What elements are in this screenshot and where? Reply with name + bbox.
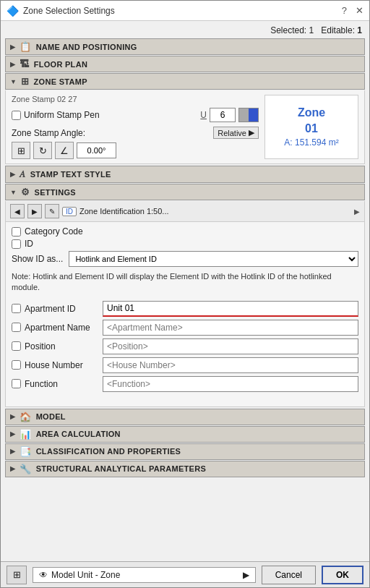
stamp-rotate-btn[interactable]: ↻ (33, 142, 52, 159)
function-row: Function (12, 376, 358, 392)
classification-label: CLASSIFICATION AND PROPERTIES (36, 447, 181, 456)
title-bar: 🔷 Zone Selection Settings ? ✕ (1, 1, 369, 21)
window-title: Zone Selection Settings (23, 6, 115, 16)
category-code-label: Category Code (25, 226, 83, 237)
stamp-text-style-arrow: ▶ (10, 171, 15, 178)
id-label: ID (25, 239, 33, 249)
section-floor-plan[interactable]: ▶ 🏗 FLOOR PLAN (5, 56, 365, 72)
house-number-row: House Number (12, 357, 358, 373)
stamp-orientation-btn[interactable]: ⊞ (12, 142, 30, 159)
angle-input[interactable] (77, 142, 116, 158)
settings-content: ◀ ▶ ✎ ID Zone Identification 1:50... ▶ C… (5, 201, 365, 407)
position-input[interactable] (103, 338, 358, 354)
structural-icon: 🔧 (20, 464, 31, 474)
classification-arrow: ▶ (10, 448, 15, 455)
section-area-calculation[interactable]: ▶ 📊 AREA CALCULATION (5, 426, 365, 443)
id-checkbox[interactable] (12, 239, 21, 249)
selected-value: 1 (309, 25, 314, 35)
zone-stamp-content: Zone Stamp 02 27 Uniform Stamp Pen U (5, 90, 365, 164)
apartment-name-row: Apartment Name (12, 320, 358, 336)
stamp-text-style-label: STAMP TEXT STYLE (30, 170, 111, 179)
selected-label: Selected: (270, 25, 306, 35)
uniform-stamp-pen-checkbox[interactable] (12, 111, 21, 120)
zone-preview-line2: 01 (284, 121, 338, 137)
apartment-id-checkbox[interactable] (12, 304, 21, 313)
section-zone-stamp[interactable]: ▼ ⊞ ZONE STAMP (5, 73, 365, 90)
section-name-positioning[interactable]: ▶ 📋 NAME AND POSITIONING (5, 38, 365, 55)
position-row: Position (12, 338, 358, 354)
section-structural[interactable]: ▶ 🔧 STRUCTURAL ANALYTICAL PARAMETERS (5, 461, 365, 477)
structural-arrow: ▶ (10, 465, 15, 472)
nav-prev-btn[interactable]: ◀ (10, 204, 25, 218)
nav-id-badge: ID (62, 207, 77, 216)
position-label: Position (25, 341, 56, 351)
section-settings[interactable]: ▼ ⚙ SETTINGS (5, 184, 365, 200)
help-button[interactable]: ? (342, 5, 347, 16)
show-id-select[interactable]: Hotlink and Element ID Element ID Hotlin… (69, 251, 358, 267)
angle-measure-btn[interactable]: ∠ (55, 142, 74, 159)
cancel-button[interactable]: Cancel (262, 566, 316, 584)
eye-icon: 👁 (39, 570, 48, 580)
area-calc-arrow: ▶ (10, 430, 15, 438)
window-icon: 🔷 (7, 5, 19, 17)
apartment-name-label: Apartment Name (25, 323, 90, 333)
zone-stamp-id: Zone Stamp 02 27 (12, 95, 259, 103)
pen-u-label: U (200, 110, 207, 120)
selection-info: Selected: 1 Editable: 1 (5, 25, 365, 35)
position-checkbox[interactable] (12, 341, 21, 351)
category-code-row: Category Code (12, 226, 358, 237)
ok-button[interactable]: OK (322, 566, 363, 584)
note-text: Note: Hotlink and Element ID will displa… (12, 270, 358, 295)
uniform-stamp-pen-row: Uniform Stamp Pen (12, 110, 100, 120)
model-arrow: ▶ (10, 413, 15, 420)
close-button[interactable]: ✕ (356, 5, 363, 16)
relative-button[interactable]: Relative ▶ (213, 127, 259, 139)
category-code-checkbox[interactable] (12, 227, 21, 237)
apartment-name-input[interactable] (103, 320, 358, 336)
settings-fields-area: Category Code ID Show ID as... Hotlink a… (6, 222, 364, 406)
id-row: ID (12, 239, 358, 249)
zone-stamp-preview: Zone 01 A: 151.594 m² (264, 95, 358, 159)
settings-icon: ⚙ (21, 187, 30, 197)
relative-arrow-icon: ▶ (249, 128, 254, 137)
zone-stamp-icon: ⊞ (21, 76, 29, 87)
nav-id-area: ID Zone Identification 1:50... (62, 207, 351, 216)
apartment-name-checkbox[interactable] (12, 323, 21, 332)
function-label: Function (25, 379, 58, 389)
structural-label: STRUCTURAL ANALYTICAL PARAMETERS (36, 464, 207, 473)
bottom-icon-btn[interactable]: ⊞ (7, 566, 27, 584)
nav-edit-btn[interactable]: ✎ (45, 204, 59, 218)
apartment-id-input[interactable] (103, 301, 358, 317)
section-stamp-text-style[interactable]: ▶ 𝐴 STAMP TEXT STYLE (5, 166, 365, 183)
bottom-bar: ⊞ 👁 Model Unit - Zone ▶ Cancel OK (1, 561, 369, 587)
name-positioning-label: NAME AND POSITIONING (36, 43, 137, 51)
pen-color-picker[interactable] (238, 108, 259, 122)
nav-expand-icon[interactable]: ▶ (354, 208, 360, 216)
settings-arrow: ▼ (10, 189, 17, 196)
zone-stamp-arrow: ▼ (10, 78, 17, 85)
house-number-label: House Number (25, 360, 83, 370)
action-buttons: Cancel OK (262, 566, 363, 584)
nav-next-btn[interactable]: ▶ (27, 204, 42, 218)
function-input[interactable] (103, 376, 358, 392)
stamp-text-style-icon: 𝐴 (20, 169, 25, 180)
model-unit-button[interactable]: 👁 Model Unit - Zone ▶ (33, 567, 256, 583)
zone-preview-line1: Zone (284, 105, 338, 121)
house-number-checkbox[interactable] (12, 360, 21, 370)
function-checkbox[interactable] (12, 379, 21, 388)
pen-value-input[interactable] (210, 108, 236, 122)
area-calc-icon: 📊 (20, 429, 31, 440)
name-positioning-icon: 📋 (20, 41, 31, 52)
content-area: Selected: 1 Editable: 1 ▶ 📋 NAME AND POS… (1, 21, 369, 561)
area-calc-label: AREA CALCULATION (36, 430, 121, 438)
house-number-input[interactable] (103, 357, 358, 373)
classification-icon: 📑 (20, 446, 31, 457)
section-model[interactable]: ▶ 🏠 MODEL (5, 409, 365, 425)
floor-plan-label: FLOOR PLAN (34, 60, 88, 69)
model-unit-arrow: ▶ (243, 570, 249, 580)
section-classification[interactable]: ▶ 📑 CLASSIFICATION AND PROPERTIES (5, 443, 365, 460)
model-unit-label: Model Unit - Zone (51, 570, 120, 580)
zone-preview-line3: A: 151.594 m² (284, 137, 338, 149)
uniform-stamp-pen-label: Uniform Stamp Pen (24, 110, 100, 120)
apartment-id-label: Apartment ID (25, 304, 76, 314)
